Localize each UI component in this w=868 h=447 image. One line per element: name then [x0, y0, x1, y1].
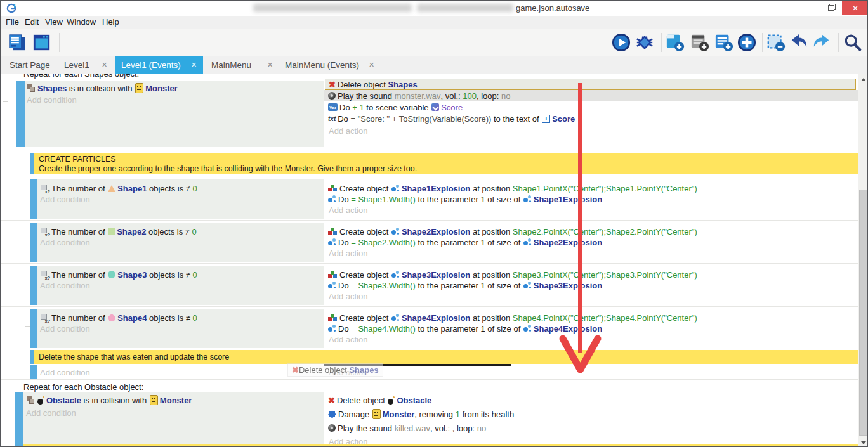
tree-guide: [3, 410, 8, 410]
event1-condition-collision[interactable]: Shapes is in collision with Monster: [27, 82, 178, 94]
comment-partial-bottom[interactable]: [23, 444, 858, 447]
event1-add-action[interactable]: Add action: [329, 125, 367, 136]
delete-selection-icon[interactable]: [766, 33, 786, 52]
sound-icon: [328, 424, 336, 432]
close-button[interactable]: [842, 1, 868, 15]
monster-icon: [135, 83, 143, 93]
tree-guide: [3, 82, 3, 101]
minimize-button[interactable]: [805, 1, 822, 15]
debugger-bug-icon[interactable]: [635, 33, 654, 52]
scene-variable-icon: [431, 103, 439, 111]
shape2-add-condition[interactable]: Add condition: [40, 236, 90, 248]
tab-level1-events-close-icon[interactable]: ✕: [191, 61, 197, 69]
menubar: File Edit View Window Help: [1, 16, 867, 29]
event2-condition-collision[interactable]: Obstacle is in collision with Monster: [26, 394, 192, 406]
redacted-title-segment: [253, 4, 412, 12]
shape3-action-size[interactable]: Do = Shape3.Width() to the parameter 1 o…: [327, 280, 602, 291]
separator: [1, 306, 858, 307]
menu-help[interactable]: Help: [102, 17, 119, 27]
menu-file[interactable]: File: [6, 17, 19, 27]
object-count-icon: [41, 228, 49, 236]
damage-icon: [328, 410, 336, 418]
shape1-condition-count[interactable]: The number of Shape1 objects is ≠ 0: [40, 183, 197, 194]
project-manager-icon[interactable]: [8, 33, 27, 52]
add-sub-event-icon[interactable]: [690, 33, 709, 52]
shape2-action-size[interactable]: Do = Shape2.Width() to the parameter 1 o…: [327, 236, 602, 248]
event-repeat-obstacle-header[interactable]: Repeat for each Obstacle object:: [23, 382, 143, 392]
event2-action-damage[interactable]: Damage Monster, removing 1 from its heal…: [327, 408, 514, 420]
event1-action-delete-shapes[interactable]: Delete object Shapes: [325, 79, 856, 90]
shape3-add-action[interactable]: Add action: [329, 290, 367, 302]
event1-action-set-text[interactable]: Do = "Score: " + ToString(Variable(Score…: [327, 113, 575, 124]
scroll-down-icon[interactable]: [861, 441, 866, 444]
monster-icon: [150, 395, 158, 405]
comment-line: Delete the shape that was eaten and upda…: [39, 353, 229, 361]
gdevelop-window: game.json.autosave File Edit View Window…: [0, 0, 868, 447]
particle-icon: [523, 282, 532, 289]
create-object-icon: [328, 228, 338, 235]
scroll-up-icon[interactable]: [861, 78, 866, 81]
redo-icon[interactable]: [812, 33, 831, 52]
add-event-icon[interactable]: [666, 33, 685, 52]
shape4-condition-count[interactable]: The number of Shape4 objects is ≠ 0: [40, 312, 197, 323]
shape4-action-create[interactable]: Create object Shape4Explosion at positio…: [327, 312, 697, 323]
empty-event-add-condition[interactable]: Add condition: [40, 366, 90, 378]
scene-editor-icon[interactable]: [32, 33, 51, 52]
tab-level1-close-icon[interactable]: ✕: [102, 61, 107, 69]
shape1-action-create[interactable]: Create object Shape1Explosion at positio…: [327, 183, 697, 194]
shape1-add-condition[interactable]: Add condition: [40, 193, 90, 205]
shape4-add-condition[interactable]: Add condition: [40, 323, 90, 334]
search-icon[interactable]: [843, 33, 862, 52]
preview-play-icon[interactable]: [612, 33, 631, 52]
event1-action-scene-variable[interactable]: Do + 1 to scene variable Score: [327, 101, 463, 113]
menu-view[interactable]: View: [45, 17, 63, 27]
event1-action-play-sound[interactable]: Play the sound monster.wav, vol.: 100, l…: [324, 90, 858, 101]
comment-line: CREATE PARTICLES: [39, 155, 116, 164]
window-title: game.json.autosave: [516, 3, 589, 13]
event2-action-play-sound[interactable]: Play the sound killed.wav, vol.: , loop:…: [327, 422, 486, 434]
toolbar-separator: [59, 33, 60, 52]
event1-add-condition[interactable]: Add condition: [27, 94, 77, 105]
vertical-scrollbar: [858, 74, 868, 447]
tab-level1[interactable]: Level1: [64, 60, 89, 70]
event-repeat-shapes-header-clipped[interactable]: Repeat for each Shapes object:: [23, 74, 290, 81]
shape3-add-condition[interactable]: Add condition: [40, 280, 90, 291]
tab-mainmenu-events-close-icon[interactable]: ✕: [369, 61, 374, 69]
shape2-add-action[interactable]: Add action: [329, 247, 367, 259]
tab-mainmenu-close-icon[interactable]: ✕: [267, 61, 273, 69]
tab-start-page[interactable]: Start Page: [10, 60, 50, 70]
scrollbar-thumb[interactable]: [859, 190, 867, 436]
undo-icon[interactable]: [789, 33, 808, 52]
add-other-icon[interactable]: [737, 33, 756, 52]
comment-rail: [30, 350, 34, 364]
event2-add-condition[interactable]: Add condition: [26, 407, 76, 418]
menu-edit[interactable]: Edit: [25, 17, 39, 27]
sound-icon: [328, 92, 336, 100]
restore-button[interactable]: [823, 1, 839, 15]
shape3-action-create[interactable]: Create object Shape3Explosion at positio…: [327, 269, 697, 280]
shape2-action-create[interactable]: Create object Shape2Explosion at positio…: [327, 226, 697, 237]
comment-rail: [15, 444, 23, 447]
shape4-add-action[interactable]: Add action: [329, 334, 367, 345]
particle-icon: [523, 195, 532, 203]
tab-mainmenu-events[interactable]: MainMenu (Events): [285, 60, 359, 70]
particle-icon: [523, 238, 532, 246]
monster-icon: [372, 409, 381, 419]
shape1-add-action[interactable]: Add action: [329, 204, 367, 216]
tab-level1-events[interactable]: Level1 (Events): [121, 60, 181, 70]
shape2-condition-count[interactable]: The number of Shape2 objects is ≠ 0: [40, 226, 197, 237]
shape3-condition-count[interactable]: The number of Shape3 objects is ≠ 0: [40, 269, 197, 280]
tree-guide: [25, 372, 30, 372]
event2-action-delete-obstacle[interactable]: Delete object Obstacle: [327, 394, 431, 406]
separator: [1, 349, 858, 349]
tree-guide: [3, 101, 8, 102]
shape1-action-size[interactable]: Do = Shape1.Width() to the parameter 1 o…: [327, 193, 602, 205]
add-comment-icon[interactable]: [714, 33, 733, 52]
menu-window[interactable]: Window: [67, 17, 96, 27]
shape4-action-size[interactable]: Do = Shape4.Width() to the parameter 1 o…: [327, 323, 602, 334]
tab-mainmenu[interactable]: MainMenu: [211, 60, 251, 70]
object-count-icon: [41, 314, 49, 322]
separator: [1, 220, 858, 221]
drag-ghost-delete-shapes: Delete object Shapes: [287, 363, 383, 377]
comment-line: Create the proper one according to the s…: [39, 164, 417, 173]
